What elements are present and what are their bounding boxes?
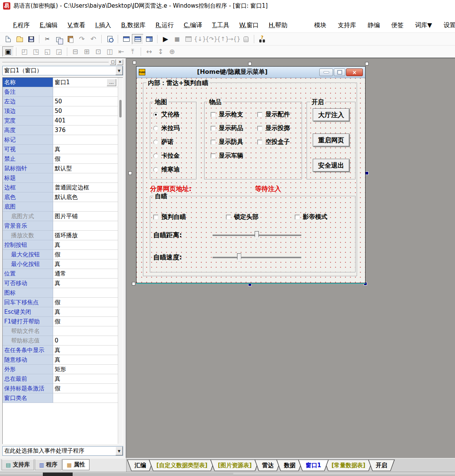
checkbox-显示防具[interactable]: 显示防具: [211, 135, 257, 149]
property-row[interactable]: 外形矩形: [3, 365, 118, 374]
property-value[interactable]: 窗口1…: [53, 78, 118, 87]
property-row[interactable]: 总在最前真: [3, 374, 118, 384]
property-row[interactable]: 窗口类名: [3, 393, 118, 403]
selection-handle-bottom-left[interactable]: [132, 282, 135, 285]
selection-handle-bottom-center[interactable]: [248, 283, 252, 286]
property-value[interactable]: [53, 135, 118, 145]
property-row[interactable]: 左边50: [3, 97, 118, 106]
property-row[interactable]: 高度376: [3, 126, 118, 135]
form-designer-icon[interactable]: ▣: [2, 46, 14, 57]
open-file-icon[interactable]: [14, 34, 25, 44]
checkbox-显示配件[interactable]: 显示配件: [257, 108, 302, 121]
property-row[interactable]: 可视真: [3, 145, 118, 154]
stop-icon[interactable]: ■: [171, 34, 183, 44]
property-row[interactable]: 名称窗口1…: [3, 78, 118, 87]
button-大厅注入[interactable]: 大厅注入: [313, 108, 349, 121]
panel-restore-button[interactable]: □: [110, 59, 116, 65]
menu-item[interactable]: 词库▼: [415, 21, 432, 29]
property-row[interactable]: 宽度401: [3, 116, 118, 126]
menu-item[interactable]: W.窗口: [239, 21, 259, 29]
button-重启网页[interactable]: 重启网页: [313, 134, 349, 147]
property-value[interactable]: 真: [53, 374, 118, 384]
menu-item[interactable]: E.编辑: [40, 21, 58, 29]
property-row[interactable]: 控制按钮真: [3, 240, 118, 250]
panel-tab-支持库[interactable]: ▤支持库: [2, 459, 34, 470]
property-row[interactable]: 禁止假: [3, 154, 118, 164]
step-into-icon[interactable]: {↓}: [194, 34, 206, 44]
property-value[interactable]: 图片平铺: [53, 212, 118, 221]
minimize-button[interactable]: [319, 68, 333, 76]
align-top-icon[interactable]: ◱: [42, 46, 53, 57]
property-value[interactable]: [53, 221, 118, 231]
checkbox-空投盒子[interactable]: 空投盒子: [257, 135, 302, 149]
panel-tab-属性[interactable]: ▦属性: [62, 459, 89, 470]
property-row[interactable]: 标题: [3, 173, 118, 183]
same-size-icon[interactable]: ⊕: [166, 46, 178, 57]
property-row[interactable]: 底色默认底色: [3, 192, 118, 202]
checkbox-显示枪支[interactable]: 显示枪支: [211, 108, 257, 121]
property-row[interactable]: 图标: [3, 288, 118, 298]
align-left-icon[interactable]: ◰: [19, 46, 30, 57]
menu-item[interactable]: B.数据库: [121, 21, 146, 29]
property-value[interactable]: 真: [53, 279, 118, 288]
property-row[interactable]: 备注: [3, 87, 118, 97]
menu-item[interactable]: V.查看: [68, 21, 85, 29]
selection-handle-top-left[interactable]: [133, 61, 136, 64]
scrollbar-thumb[interactable]: [119, 100, 122, 117]
menu-item[interactable]: H.帮助: [269, 21, 288, 29]
panel-drag-grip[interactable]: [2, 62, 109, 63]
object-selector[interactable]: 窗口1（窗口） ▼: [2, 66, 123, 75]
property-scrollbar[interactable]: [118, 78, 123, 444]
property-value[interactable]: 50: [53, 97, 118, 106]
run-to-cursor-icon[interactable]: →{}: [229, 34, 240, 44]
property-value[interactable]: [53, 87, 118, 97]
property-row[interactable]: 帮助文件名: [3, 326, 118, 336]
menu-item[interactable]: R.运行: [156, 21, 174, 29]
checkbox-预判自瞄[interactable]: 预判自瞄: [153, 210, 186, 224]
run-icon[interactable]: ▶: [160, 34, 171, 44]
radio-option-维寒迪[interactable]: 维寒迪: [150, 163, 196, 176]
menu-item[interactable]: T.工具: [212, 21, 229, 29]
maximize-button[interactable]: [334, 68, 345, 76]
find-help-icon[interactable]: [257, 34, 268, 44]
property-row[interactable]: 底图方式图片平铺: [3, 212, 118, 221]
property-value[interactable]: 假: [53, 384, 118, 393]
step-over-icon[interactable]: {↷}: [206, 34, 217, 44]
property-value[interactable]: 循环播放: [53, 231, 118, 240]
property-value[interactable]: 假: [53, 298, 118, 307]
radio-option-萨诺[interactable]: 萨诺: [150, 135, 196, 149]
property-row[interactable]: 在任务条中显示真: [3, 346, 118, 355]
button-安全退出[interactable]: 安全退出: [313, 159, 349, 172]
property-value[interactable]: 假: [53, 154, 118, 164]
menu-item[interactable]: I.插入: [95, 21, 111, 29]
file-tab-[常量数据表][interactable]: [常量数据表]: [324, 460, 373, 471]
file-tab-[自定义数据类型表][interactable]: [自定义数据类型表]: [149, 460, 215, 471]
pause-icon[interactable]: [240, 34, 252, 44]
selection-handle-middle-right[interactable]: [365, 171, 369, 175]
property-row[interactable]: Esc键关闭真: [3, 307, 118, 317]
save-icon[interactable]: [25, 34, 37, 44]
step-out-icon[interactable]: {↑}: [217, 34, 229, 44]
property-value[interactable]: 真: [53, 346, 118, 355]
property-value[interactable]: 普通固定边框: [53, 183, 118, 192]
file-tab-[图片资源表][interactable]: [图片资源表]: [210, 460, 260, 471]
selection-handle-top-center[interactable]: [248, 62, 252, 65]
cut-icon[interactable]: ✂: [42, 34, 53, 44]
window-layout-top-icon[interactable]: [120, 34, 132, 44]
property-value[interactable]: 401: [53, 116, 118, 126]
property-row[interactable]: 最大化按钮假: [3, 250, 118, 259]
new-file-icon[interactable]: [2, 34, 14, 44]
property-value[interactable]: 假: [53, 317, 118, 326]
designed-form-window[interactable]: PUBS [Home键/隐藏显示菜单] × 内部：雷达+预判自瞄 地图 艾伦格米…: [136, 66, 366, 283]
property-value[interactable]: [53, 288, 118, 298]
slider-thumb[interactable]: [237, 253, 241, 262]
property-value[interactable]: 默认型: [53, 164, 118, 173]
align-right-icon[interactable]: ◳: [30, 46, 42, 57]
checkbox-显示投掷[interactable]: 显示投掷: [257, 121, 302, 135]
center-vertical-icon[interactable]: ⊞: [81, 46, 93, 57]
arrange-side-icon[interactable]: ◫: [104, 46, 115, 57]
property-row[interactable]: 可否移动真: [3, 279, 118, 288]
property-row[interactable]: 保持标题条激活假: [3, 384, 118, 393]
menu-item[interactable]: F.程序: [13, 21, 30, 29]
checkbox-显示车辆[interactable]: 显示车辆: [211, 149, 257, 163]
